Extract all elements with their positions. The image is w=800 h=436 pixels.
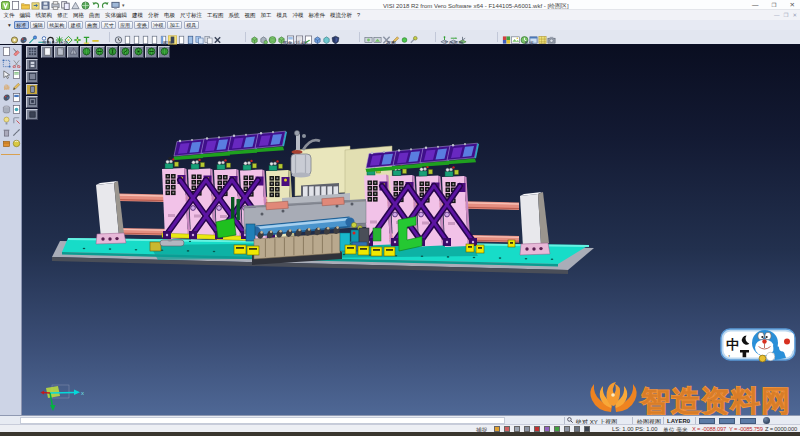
dock-erase-icon[interactable] [12,47,21,56]
dock-separator [1,154,20,155]
toolbar-tab-线架构[interactable]: 线架构 [47,21,67,29]
snap-icon-8[interactable] [574,426,580,432]
toolbar-tab-曲面[interactable]: 曲面 [85,21,100,29]
window-controls: — ❐ ✕ [752,0,795,9]
canvas-ball3-button[interactable] [119,46,131,58]
snap-icon-2[interactable] [514,426,520,432]
toolbar-tab-应用[interactable]: 应用 [118,21,133,29]
visi-application-window: ▾ VISI 2018 R2 from Vero Software x64 - … [0,0,800,436]
toolbar-tab-加工[interactable]: 加工 [167,21,182,29]
qat-overflow-caret[interactable]: ▾ [122,2,125,8]
canvas-boxd-button[interactable] [26,109,38,121]
toolbar-tab-尺寸[interactable]: 尺寸 [101,21,116,29]
canvas-ball2-button[interactable] [106,46,118,58]
snap-icon-4[interactable] [534,426,540,432]
menu-item-3[interactable]: 修正 [57,12,68,19]
menu-item-5[interactable]: 曲面 [89,12,100,19]
menu-item-6[interactable]: 实体编辑 [105,12,127,19]
menu-item-9[interactable]: 电极 [164,12,175,19]
menu-item-14[interactable]: 加工 [261,12,272,19]
canvas-boxi-button[interactable] [26,96,38,108]
dock-snip-icon[interactable] [12,59,21,68]
menu-item-19[interactable]: ? [357,12,360,18]
snap-icon-5[interactable] [544,426,550,432]
menu-item-0[interactable]: 文件 [4,12,15,19]
menu-item-18[interactable]: 模流分析 [330,12,352,19]
toolbar-tab-标准[interactable]: 标准 [14,21,29,29]
status-box-1[interactable] [699,418,715,424]
canvas-ball1-button[interactable] [93,46,105,58]
dock-lamp-icon[interactable] [2,116,11,125]
dock-corner-trim-icon[interactable] [12,116,21,125]
canvas-page-grey-button[interactable] [54,46,66,58]
dock-doc-green-icon[interactable] [12,70,21,79]
menu-item-2[interactable]: 线架构 [36,12,53,19]
snap-icon-7[interactable] [564,426,570,432]
snap-icon-1[interactable] [504,426,510,432]
menu-item-1[interactable]: 编辑 [20,12,31,19]
dock-select-arrow-icon[interactable] [2,70,11,79]
dock-sphere-shade-icon[interactable] [12,139,21,148]
restore-icon[interactable]: ❐ [772,2,777,8]
status-bar-upper: 绝对 XY 上视图 绘图视图 LAYER0 [0,415,800,424]
toolbar-tab-建模[interactable]: 建模 [68,21,83,29]
status-box-3[interactable] [740,418,756,424]
menu-item-13[interactable]: 视图 [245,12,256,19]
dock-trash-icon[interactable] [2,128,11,137]
graphics-canvas[interactable]: x 智造资料网 中 , [22,45,800,416]
canvas-ball0-button[interactable] [80,46,92,58]
canvas-ball4-button[interactable] [132,46,144,58]
minimize-icon[interactable]: — [752,1,759,8]
close-icon[interactable]: ✕ [790,1,795,9]
dock-grab-hand-icon[interactable] [2,82,11,91]
snap-icon-0[interactable] [494,426,500,432]
menu-item-16[interactable]: 冲模 [293,12,304,19]
toolbar-tab-编辑[interactable]: 编辑 [30,21,45,29]
menu-item-4[interactable]: 网格 [73,12,84,19]
menu-item-11[interactable]: 工程图 [207,12,224,19]
canvas-ball0-button[interactable] [158,46,170,58]
canvas-grid-button[interactable] [26,46,38,58]
ribbon-group-3: 视图 [364,30,418,45]
canvas-boxo-button[interactable] [26,71,38,83]
dock-doc-cyan-icon[interactable] [12,105,21,114]
mdi-restore-icon[interactable]: ❐ [783,12,788,18]
command-input[interactable] [20,417,505,424]
dock-paint-brush-icon[interactable] [2,93,11,102]
canvas-battery-button[interactable] [26,84,38,96]
toolbar-tab-变换[interactable]: 变换 [134,21,149,29]
status-sphere-icon[interactable] [763,417,770,424]
toolbar-overflow-caret[interactable]: ▾ [8,22,11,28]
axis-triad: x [41,385,85,411]
left-dock-toolbar [0,45,22,416]
dock-pencil-edit-icon[interactable] [12,82,21,91]
snap-icon-6[interactable] [554,426,560,432]
menu-item-15[interactable]: 模具 [277,12,288,19]
toolbar-tab-模具[interactable]: 模具 [184,21,199,29]
dock-measure-icon[interactable] [12,128,21,137]
menu-item-17[interactable]: 标准件 [309,12,326,19]
dock-new-doc-icon[interactable] [2,47,11,56]
snap-icon-9[interactable] [584,426,590,432]
dock-box-orange-icon[interactable] [2,139,11,148]
dock-cylinder-icon[interactable] [2,105,11,114]
menu-item-10[interactable]: 尺寸标注 [180,12,202,19]
ime-bar[interactable]: 中 , [721,329,795,362]
snap-toggle-icons [494,426,590,432]
toolbar-tab-冲模[interactable]: 冲模 [151,21,166,29]
dock-doc-blue-icon[interactable] [12,93,21,102]
cad-model-scene: x 智造资料网 中 , [22,45,800,416]
mdi-close-icon[interactable]: ✕ [792,12,797,18]
snap-icon-3[interactable] [524,426,530,432]
canvas-pyramid-button[interactable] [67,46,79,58]
dock-frame-select-icon[interactable] [2,59,11,68]
canvas-ball1-button[interactable] [145,46,157,58]
canvas-page-white-button[interactable] [41,46,53,58]
layer-status[interactable]: LAYER0 [667,418,690,424]
canvas-film-button[interactable] [26,59,38,71]
menu-item-7[interactable]: 建模 [132,12,143,19]
status-box-2[interactable] [719,418,735,424]
menu-item-12[interactable]: 系统 [229,12,240,19]
menu-item-8[interactable]: 分析 [148,12,159,19]
mdi-minimize-icon[interactable]: — [774,12,780,18]
